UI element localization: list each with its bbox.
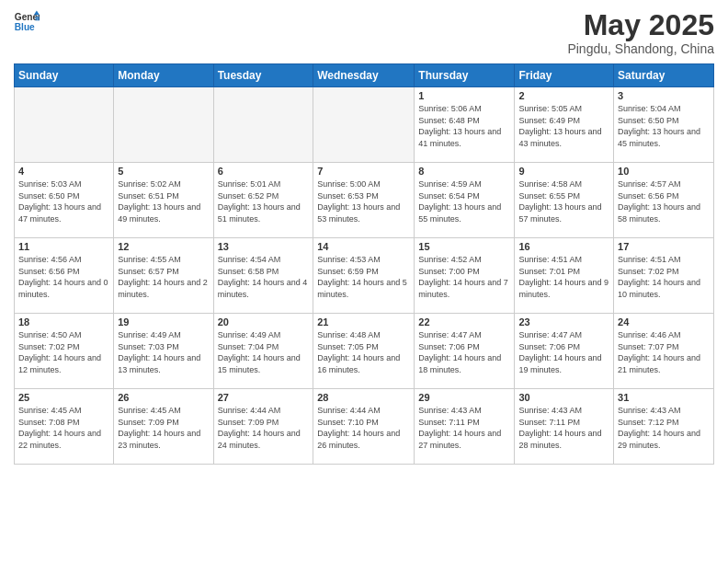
logo-icon: General Blue bbox=[14, 9, 40, 35]
day-info: Sunrise: 4:57 AM Sunset: 6:56 PM Dayligh… bbox=[618, 178, 710, 224]
calendar-cell: 25Sunrise: 4:45 AM Sunset: 7:08 PM Dayli… bbox=[15, 389, 114, 465]
day-number: 28 bbox=[317, 392, 410, 403]
calendar-cell: 14Sunrise: 4:53 AM Sunset: 6:59 PM Dayli… bbox=[313, 238, 415, 314]
month-title: May 2025 bbox=[567, 9, 714, 41]
calendar-cell: 20Sunrise: 4:49 AM Sunset: 7:04 PM Dayli… bbox=[213, 314, 313, 389]
calendar-cell: 19Sunrise: 4:49 AM Sunset: 7:03 PM Dayli… bbox=[114, 314, 213, 389]
calendar-cell: 5Sunrise: 5:02 AM Sunset: 6:51 PM Daylig… bbox=[114, 163, 213, 238]
day-info: Sunrise: 4:46 AM Sunset: 7:07 PM Dayligh… bbox=[618, 329, 710, 375]
calendar-cell: 21Sunrise: 4:48 AM Sunset: 7:05 PM Dayli… bbox=[313, 314, 415, 389]
day-info: Sunrise: 4:53 AM Sunset: 6:59 PM Dayligh… bbox=[317, 254, 410, 300]
day-number: 27 bbox=[218, 392, 310, 403]
calendar-cell: 31Sunrise: 4:43 AM Sunset: 7:12 PM Dayli… bbox=[614, 389, 714, 465]
header: General Blue May 2025 Pingdu, Shandong, … bbox=[14, 9, 714, 56]
svg-marker-3 bbox=[35, 17, 40, 21]
day-number: 17 bbox=[618, 241, 710, 252]
day-number: 25 bbox=[18, 392, 109, 403]
day-number: 30 bbox=[518, 392, 609, 403]
calendar-cell: 29Sunrise: 4:43 AM Sunset: 7:11 PM Dayli… bbox=[415, 389, 515, 465]
calendar-cell bbox=[114, 87, 213, 163]
calendar-cell: 26Sunrise: 4:45 AM Sunset: 7:09 PM Dayli… bbox=[114, 389, 213, 465]
col-monday: Monday bbox=[114, 64, 213, 87]
header-row: Sunday Monday Tuesday Wednesday Thursday… bbox=[15, 64, 714, 87]
day-info: Sunrise: 4:47 AM Sunset: 7:06 PM Dayligh… bbox=[418, 329, 510, 375]
logo: General Blue bbox=[14, 9, 40, 35]
day-info: Sunrise: 5:01 AM Sunset: 6:52 PM Dayligh… bbox=[218, 178, 310, 224]
col-wednesday: Wednesday bbox=[313, 64, 415, 87]
calendar-cell bbox=[313, 87, 415, 163]
calendar-cell: 2Sunrise: 5:05 AM Sunset: 6:49 PM Daylig… bbox=[515, 87, 614, 163]
calendar-cell: 27Sunrise: 4:44 AM Sunset: 7:09 PM Dayli… bbox=[213, 389, 313, 465]
calendar-cell: 16Sunrise: 4:51 AM Sunset: 7:01 PM Dayli… bbox=[515, 238, 614, 314]
day-number: 11 bbox=[18, 241, 109, 252]
day-number: 13 bbox=[218, 241, 310, 252]
day-number: 9 bbox=[518, 166, 609, 177]
day-info: Sunrise: 4:52 AM Sunset: 7:00 PM Dayligh… bbox=[418, 254, 510, 300]
calendar-cell: 28Sunrise: 4:44 AM Sunset: 7:10 PM Dayli… bbox=[313, 389, 415, 465]
day-number: 5 bbox=[118, 166, 209, 177]
calendar-cell: 23Sunrise: 4:47 AM Sunset: 7:06 PM Dayli… bbox=[515, 314, 614, 389]
day-number: 19 bbox=[118, 316, 209, 327]
week-row-5: 25Sunrise: 4:45 AM Sunset: 7:08 PM Dayli… bbox=[15, 389, 714, 465]
day-info: Sunrise: 4:49 AM Sunset: 7:03 PM Dayligh… bbox=[118, 329, 209, 375]
day-info: Sunrise: 4:44 AM Sunset: 7:09 PM Dayligh… bbox=[218, 405, 310, 451]
col-sunday: Sunday bbox=[15, 64, 114, 87]
calendar-cell: 12Sunrise: 4:55 AM Sunset: 6:57 PM Dayli… bbox=[114, 238, 213, 314]
day-info: Sunrise: 5:02 AM Sunset: 6:51 PM Dayligh… bbox=[118, 178, 209, 224]
day-number: 18 bbox=[18, 316, 109, 327]
col-thursday: Thursday bbox=[415, 64, 515, 87]
location-subtitle: Pingdu, Shandong, China bbox=[567, 41, 714, 56]
calendar-cell: 30Sunrise: 4:43 AM Sunset: 7:11 PM Dayli… bbox=[515, 389, 614, 465]
day-number: 2 bbox=[518, 90, 609, 101]
calendar-cell: 9Sunrise: 4:58 AM Sunset: 6:55 PM Daylig… bbox=[515, 163, 614, 238]
day-info: Sunrise: 4:54 AM Sunset: 6:58 PM Dayligh… bbox=[218, 254, 310, 300]
day-info: Sunrise: 4:56 AM Sunset: 6:56 PM Dayligh… bbox=[18, 254, 109, 300]
week-row-1: 1Sunrise: 5:06 AM Sunset: 6:48 PM Daylig… bbox=[15, 87, 714, 163]
day-info: Sunrise: 5:04 AM Sunset: 6:50 PM Dayligh… bbox=[618, 103, 710, 149]
day-number: 23 bbox=[518, 316, 609, 327]
day-number: 10 bbox=[618, 166, 710, 177]
day-number: 1 bbox=[418, 90, 510, 101]
day-number: 4 bbox=[18, 166, 109, 177]
day-number: 16 bbox=[518, 241, 609, 252]
calendar-cell: 7Sunrise: 5:00 AM Sunset: 6:53 PM Daylig… bbox=[313, 163, 415, 238]
week-row-2: 4Sunrise: 5:03 AM Sunset: 6:50 PM Daylig… bbox=[15, 163, 714, 238]
day-number: 22 bbox=[418, 316, 510, 327]
calendar-cell: 4Sunrise: 5:03 AM Sunset: 6:50 PM Daylig… bbox=[15, 163, 114, 238]
col-tuesday: Tuesday bbox=[213, 64, 313, 87]
day-number: 6 bbox=[218, 166, 310, 177]
calendar-cell: 24Sunrise: 4:46 AM Sunset: 7:07 PM Dayli… bbox=[614, 314, 714, 389]
day-number: 21 bbox=[317, 316, 410, 327]
day-info: Sunrise: 4:51 AM Sunset: 7:02 PM Dayligh… bbox=[618, 254, 710, 300]
day-info: Sunrise: 5:00 AM Sunset: 6:53 PM Dayligh… bbox=[317, 178, 410, 224]
day-number: 3 bbox=[618, 90, 710, 101]
day-info: Sunrise: 4:48 AM Sunset: 7:05 PM Dayligh… bbox=[317, 329, 410, 375]
day-number: 12 bbox=[118, 241, 209, 252]
calendar-cell: 1Sunrise: 5:06 AM Sunset: 6:48 PM Daylig… bbox=[415, 87, 515, 163]
day-info: Sunrise: 4:59 AM Sunset: 6:54 PM Dayligh… bbox=[418, 178, 510, 224]
day-number: 24 bbox=[618, 316, 710, 327]
day-info: Sunrise: 5:05 AM Sunset: 6:49 PM Dayligh… bbox=[518, 103, 609, 149]
calendar-cell bbox=[213, 87, 313, 163]
calendar-cell: 6Sunrise: 5:01 AM Sunset: 6:52 PM Daylig… bbox=[213, 163, 313, 238]
day-info: Sunrise: 4:47 AM Sunset: 7:06 PM Dayligh… bbox=[518, 329, 609, 375]
calendar-cell: 15Sunrise: 4:52 AM Sunset: 7:00 PM Dayli… bbox=[415, 238, 515, 314]
title-section: May 2025 Pingdu, Shandong, China bbox=[567, 9, 714, 56]
day-info: Sunrise: 4:43 AM Sunset: 7:11 PM Dayligh… bbox=[418, 405, 510, 451]
day-number: 31 bbox=[618, 392, 710, 403]
calendar-cell: 11Sunrise: 4:56 AM Sunset: 6:56 PM Dayli… bbox=[15, 238, 114, 314]
day-number: 20 bbox=[218, 316, 310, 327]
week-row-3: 11Sunrise: 4:56 AM Sunset: 6:56 PM Dayli… bbox=[15, 238, 714, 314]
calendar-cell bbox=[15, 87, 114, 163]
day-info: Sunrise: 4:50 AM Sunset: 7:02 PM Dayligh… bbox=[18, 329, 109, 375]
day-number: 29 bbox=[418, 392, 510, 403]
day-info: Sunrise: 4:55 AM Sunset: 6:57 PM Dayligh… bbox=[118, 254, 209, 300]
calendar-cell: 22Sunrise: 4:47 AM Sunset: 7:06 PM Dayli… bbox=[415, 314, 515, 389]
day-info: Sunrise: 4:43 AM Sunset: 7:12 PM Dayligh… bbox=[618, 405, 710, 451]
calendar-cell: 13Sunrise: 4:54 AM Sunset: 6:58 PM Dayli… bbox=[213, 238, 313, 314]
col-saturday: Saturday bbox=[614, 64, 714, 87]
day-info: Sunrise: 5:03 AM Sunset: 6:50 PM Dayligh… bbox=[18, 178, 109, 224]
day-number: 15 bbox=[418, 241, 510, 252]
day-info: Sunrise: 5:06 AM Sunset: 6:48 PM Dayligh… bbox=[418, 103, 510, 149]
svg-text:Blue: Blue bbox=[15, 22, 35, 32]
